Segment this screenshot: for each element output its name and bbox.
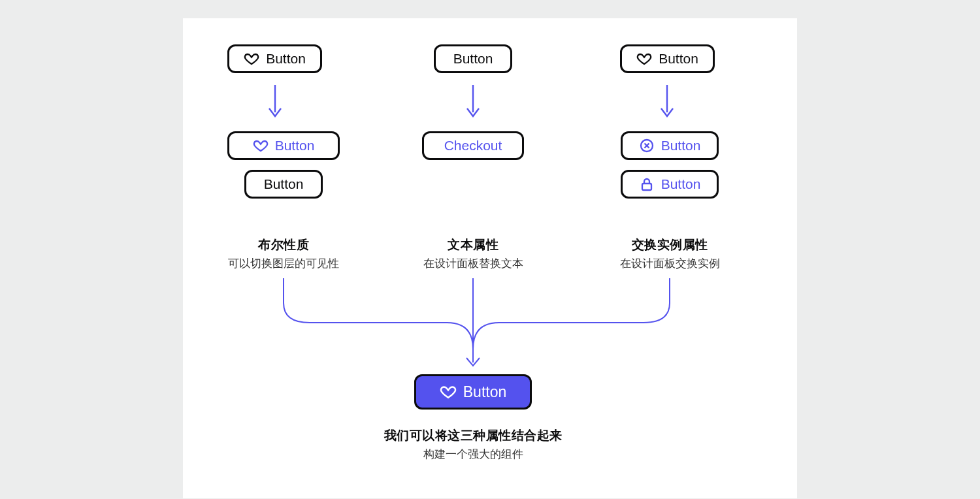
result-desc: 构建一个强大的组件 [359,447,587,462]
button-label: Button [463,383,507,401]
result-button: Button [414,374,532,410]
diagram-canvas: Button Button Button 布尔性质 可以切换图层的可见性 But… [183,18,797,498]
converge-curves [183,18,797,384]
heart-icon [440,383,457,400]
result-title: 我们可以将这三种属性结合起来 [359,427,587,444]
result-label: 我们可以将这三种属性结合起来 构建一个强大的组件 [359,427,587,462]
